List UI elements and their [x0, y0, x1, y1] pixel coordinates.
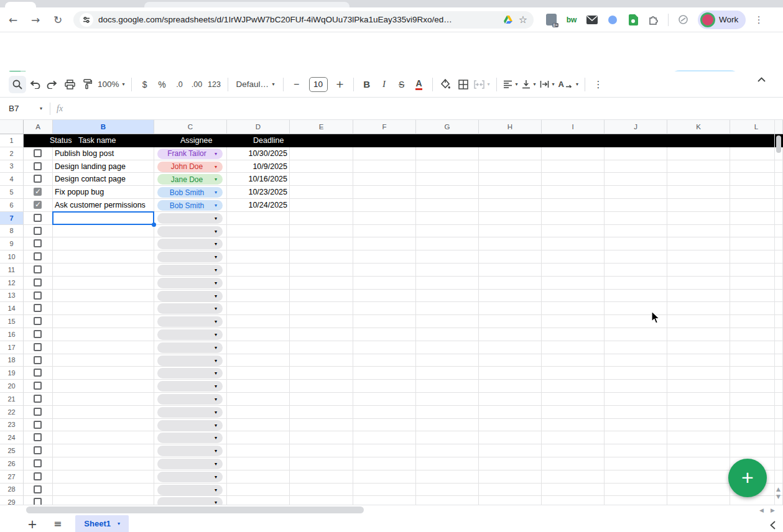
assignee-chip-empty[interactable]: ▾: [157, 316, 223, 327]
cell-D25[interactable]: [227, 444, 290, 457]
chip-dropdown-caret[interactable]: ▾: [215, 423, 217, 428]
cell-F23[interactable]: [353, 419, 416, 432]
cell-K27[interactable]: [667, 470, 730, 484]
cell-H28[interactable]: [479, 484, 542, 497]
assignee-chip-empty[interactable]: ▾: [157, 446, 223, 456]
show-side-panel-icon[interactable]: [770, 521, 776, 530]
cell-K10[interactable]: [667, 250, 730, 264]
cell-K22[interactable]: [667, 406, 730, 419]
print-button[interactable]: [61, 76, 78, 93]
assignee-chip-empty[interactable]: ▾: [157, 420, 223, 431]
status-checkbox-row-24[interactable]: [34, 433, 42, 441]
cell-E27[interactable]: [290, 470, 353, 484]
cell-F11[interactable]: [353, 264, 416, 277]
status-checkbox-row-9[interactable]: [34, 239, 42, 247]
status-checkbox-row-2[interactable]: [34, 149, 42, 157]
cell-F26[interactable]: [353, 457, 416, 470]
doc-extension-icon[interactable]: [627, 14, 639, 26]
cell-J20[interactable]: [605, 380, 667, 393]
assignee-chip[interactable]: Bob Smith▾: [157, 187, 223, 198]
cell-K28[interactable]: [667, 484, 730, 497]
cell-I27[interactable]: [542, 470, 605, 484]
cell-F5[interactable]: [353, 186, 416, 199]
assignee-chip-empty[interactable]: ▾: [157, 329, 223, 340]
cell-E28[interactable]: [290, 484, 353, 497]
cell-H29[interactable]: [479, 496, 542, 505]
column-header-H[interactable]: H: [479, 120, 542, 134]
cell-G22[interactable]: [416, 406, 479, 419]
cell-E22[interactable]: [290, 406, 353, 419]
row-header-11[interactable]: 11: [0, 264, 24, 277]
cell-I29[interactable]: [542, 496, 605, 505]
chip-dropdown-caret[interactable]: ▾: [215, 448, 217, 454]
cell-F17[interactable]: [353, 341, 416, 354]
cell-D8[interactable]: [227, 225, 290, 238]
cell-L3[interactable]: [730, 160, 783, 173]
cell-B24[interactable]: [53, 431, 154, 444]
cell-K21[interactable]: [667, 393, 730, 406]
cell-K2[interactable]: [667, 147, 730, 160]
cell-I21[interactable]: [542, 393, 605, 406]
cell-E12[interactable]: [290, 277, 353, 290]
text-color-button[interactable]: A: [410, 76, 428, 93]
cell-E20[interactable]: [290, 380, 353, 393]
cell-D19[interactable]: [227, 367, 290, 380]
cell-F3[interactable]: [353, 160, 416, 173]
cell-F24[interactable]: [353, 431, 416, 444]
search-menus-button[interactable]: [9, 76, 26, 93]
cell-H24[interactable]: [479, 431, 542, 444]
more-toolbar-options-icon[interactable]: ⋮: [590, 76, 607, 93]
cell-H13[interactable]: [479, 290, 542, 303]
cell-H26[interactable]: [479, 457, 542, 470]
row-header-4[interactable]: 4: [0, 173, 24, 186]
cell-B15[interactable]: [53, 315, 154, 328]
assignee-chip-empty[interactable]: ▾: [157, 381, 223, 392]
spreadsheet-grid[interactable]: ABCDEFGHIJKL1StatusTask nameAssigneeDead…: [0, 120, 783, 532]
cell-E25[interactable]: [290, 444, 353, 457]
cell-H14[interactable]: [479, 302, 542, 315]
assignee-chip-empty[interactable]: ▾: [157, 355, 223, 366]
deadline-cell[interactable]: 10/30/2025: [227, 147, 287, 160]
cell-F27[interactable]: [353, 470, 416, 484]
cell-F10[interactable]: [353, 250, 416, 264]
format-currency-button[interactable]: $: [136, 76, 154, 93]
cell-G5[interactable]: [416, 186, 479, 199]
cell-G21[interactable]: [416, 393, 479, 406]
assignee-chip-empty[interactable]: ▾: [157, 485, 223, 495]
chip-dropdown-caret[interactable]: ▾: [215, 474, 217, 480]
cell-F29[interactable]: [353, 496, 416, 505]
cell-H2[interactable]: [479, 147, 542, 160]
add-sheet-button[interactable]: +: [27, 517, 37, 531]
undo-button[interactable]: [26, 76, 44, 93]
cell-J14[interactable]: [605, 302, 667, 315]
chip-dropdown-caret[interactable]: ▾: [215, 370, 217, 376]
collapse-toolbar-icon[interactable]: [758, 77, 766, 82]
row-header-26[interactable]: 26: [0, 457, 24, 470]
chip-dropdown-caret[interactable]: ▾: [215, 254, 217, 260]
status-checkbox-row-13[interactable]: [34, 291, 42, 300]
text-wrapping-button[interactable]: ▾: [538, 76, 557, 93]
status-checkbox-row-8[interactable]: [34, 227, 42, 235]
cell-K15[interactable]: [667, 315, 730, 328]
cell-L23[interactable]: [730, 419, 783, 432]
font-select[interactable]: Defaul…▾: [233, 76, 279, 93]
more-formats-button[interactable]: 123: [206, 76, 223, 93]
cell-J29[interactable]: [605, 496, 667, 505]
cell-D27[interactable]: [227, 470, 290, 484]
cell-H16[interactable]: [479, 328, 542, 341]
chip-dropdown-caret[interactable]: ▾: [215, 500, 217, 505]
cell-B22[interactable]: [53, 406, 154, 419]
cell-D11[interactable]: [227, 264, 290, 277]
formula-input[interactable]: [63, 98, 783, 119]
cell-D26[interactable]: [227, 457, 290, 470]
paint-format-button[interactable]: [78, 76, 96, 93]
cell-G15[interactable]: [416, 315, 479, 328]
cell-J25[interactable]: [605, 444, 667, 457]
chip-dropdown-caret[interactable]: ▾: [215, 293, 217, 299]
column-header-L[interactable]: L: [730, 120, 783, 134]
cell-B11[interactable]: [53, 264, 154, 277]
cell-D21[interactable]: [227, 393, 290, 406]
cell-I9[interactable]: [542, 237, 605, 250]
cell-B9[interactable]: [53, 237, 154, 250]
cell-G2[interactable]: [416, 147, 479, 160]
